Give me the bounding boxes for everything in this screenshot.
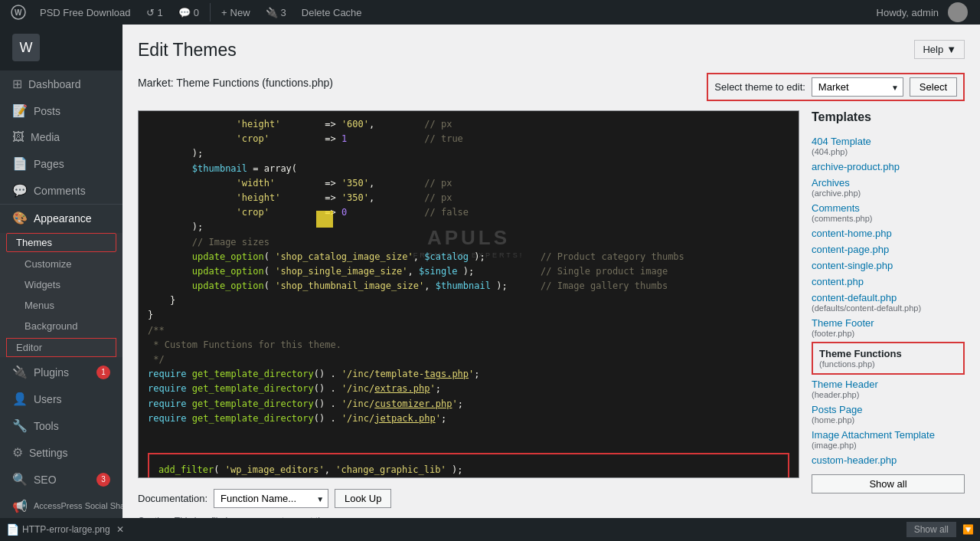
comments-item[interactable]: 💬 0 bbox=[172, 0, 205, 25]
sidebar: W ⊞ Dashboard 📝 Posts 🖼 Media 📄 Pages 💬 … bbox=[0, 25, 122, 541]
delete-cache-item[interactable]: Delete Cache bbox=[296, 0, 368, 25]
main-content: Edit Themes Help ▼ Market: Theme Functio… bbox=[122, 25, 980, 541]
sidebar-item-seo[interactable]: 🔍 SEO 3 bbox=[0, 466, 122, 493]
sidebar-item-tools[interactable]: 🔧 Tools bbox=[0, 412, 122, 439]
revision-icon: ↺ bbox=[146, 7, 155, 18]
help-chevron-icon: ▼ bbox=[946, 44, 956, 55]
template-name: Theme Footer bbox=[812, 317, 965, 329]
sidebar-item-dashboard[interactable]: ⊞ Dashboard bbox=[0, 70, 122, 97]
editor-container: 'height' => '600', // px 'crop' => 1 // … bbox=[138, 110, 965, 526]
menus-label: Menus bbox=[24, 300, 54, 311]
select-theme-button[interactable]: Select bbox=[910, 77, 957, 97]
theme-select-group: Select theme to edit: Market Select bbox=[707, 73, 965, 101]
posts-label: Posts bbox=[34, 105, 60, 117]
plugin-count: 3 bbox=[281, 7, 286, 18]
sidebar-logo: W bbox=[0, 25, 122, 70]
template-item[interactable]: content-home.php bbox=[812, 225, 965, 241]
sidebar-item-accesspress[interactable]: 📢 AccessPress Social Share bbox=[0, 493, 122, 520]
template-name: content-single.php bbox=[812, 260, 965, 271]
background-label: Background bbox=[24, 320, 77, 332]
template-item[interactable]: Theme Footer(footer.php) bbox=[812, 315, 965, 340]
template-file: (footer.php) bbox=[812, 329, 965, 338]
sep1 bbox=[210, 3, 211, 21]
adminbar-right: Howdy, admin bbox=[871, 0, 974, 25]
editor-label: Editor bbox=[16, 342, 42, 353]
template-item[interactable]: Posts Page(home.php) bbox=[812, 402, 965, 427]
templates-list: 404 Template(404.php)archive-product.php… bbox=[812, 133, 965, 468]
pages-icon: 📄 bbox=[12, 156, 28, 171]
dashboard-icon: ⊞ bbox=[12, 77, 22, 91]
site-name-label: PSD Free Download bbox=[40, 7, 131, 18]
help-button[interactable]: Help ▼ bbox=[914, 40, 965, 59]
template-item[interactable]: content-default.php(defaults/content-def… bbox=[812, 290, 965, 315]
howdy-item[interactable]: Howdy, admin bbox=[871, 0, 974, 25]
sidebar-item-editor[interactable]: Editor bbox=[6, 338, 116, 357]
template-item[interactable]: content.php bbox=[812, 274, 965, 290]
bottom-file-name: HTTP-error-large.png bbox=[22, 524, 110, 535]
tools-icon: 🔧 bbox=[12, 418, 28, 433]
appearance-submenu: Themes Customize Widgets Menus Backgroun… bbox=[0, 233, 122, 357]
new-item[interactable]: + New bbox=[215, 0, 256, 25]
show-all-button[interactable]: Show all bbox=[812, 474, 965, 493]
show-all-bottom-button[interactable]: Show all bbox=[906, 522, 956, 537]
template-item[interactable]: 404 Template(404.php) bbox=[812, 133, 965, 159]
editor-scroll-container: 'height' => '600', // px 'crop' => 1 // … bbox=[138, 110, 799, 478]
documentation-row: Documentation: Function Name... Look Up bbox=[138, 484, 799, 513]
template-item[interactable]: archive-product.php bbox=[812, 159, 965, 175]
template-name: 404 Template bbox=[812, 136, 965, 147]
template-file: (archive.php) bbox=[812, 189, 965, 198]
sidebar-item-background[interactable]: Background bbox=[0, 316, 122, 336]
template-item[interactable]: content-page.php bbox=[812, 241, 965, 257]
sidebar-item-plugins[interactable]: 🔌 Plugins 1 bbox=[0, 359, 122, 385]
template-item[interactable]: Theme Header(header.php) bbox=[812, 376, 965, 402]
plugin-item[interactable]: 🔌 3 bbox=[260, 0, 292, 25]
template-item[interactable]: custom-header.php bbox=[812, 452, 965, 468]
template-item[interactable]: Image Attachment Template(image.php) bbox=[812, 427, 965, 452]
posts-icon: 📝 bbox=[12, 103, 28, 118]
sidebar-item-customize[interactable]: Customize bbox=[0, 254, 122, 274]
sidebar-item-menus[interactable]: Menus bbox=[0, 295, 122, 316]
sidebar-item-users[interactable]: 👤 Users bbox=[0, 385, 122, 412]
lookup-button[interactable]: Look Up bbox=[335, 489, 391, 508]
template-file: (404.php) bbox=[812, 147, 965, 156]
sidebar-item-widgets[interactable]: Widgets bbox=[0, 274, 122, 295]
themes-label: Themes bbox=[16, 237, 52, 248]
users-icon: 👤 bbox=[12, 392, 28, 406]
revisions-item[interactable]: ↺ 1 bbox=[140, 0, 169, 25]
code-editor[interactable]: 'height' => '600', // px 'crop' => 1 // … bbox=[138, 110, 799, 478]
template-name: archive-product.php bbox=[812, 161, 965, 172]
dashboard-label: Dashboard bbox=[28, 78, 81, 90]
templates-title: Templates bbox=[812, 110, 965, 124]
sidebar-item-appearance[interactable]: 🎨 Appearance bbox=[0, 204, 122, 231]
delete-cache-label: Delete Cache bbox=[302, 7, 362, 18]
comments-count: 0 bbox=[194, 7, 199, 18]
site-name[interactable]: PSD Free Download bbox=[34, 0, 137, 25]
template-name: Archives bbox=[812, 177, 965, 189]
sidebar-item-posts[interactable]: 📝 Posts bbox=[0, 97, 122, 124]
close-file-button[interactable]: ✕ bbox=[116, 524, 124, 535]
doc-function-select[interactable]: Function Name... bbox=[214, 489, 328, 508]
sidebar-item-pages[interactable]: 📄 Pages bbox=[0, 150, 122, 177]
theme-selector-bar: Market: Theme Functions (functions.php) … bbox=[138, 73, 965, 101]
sidebar-item-media[interactable]: 🖼 Media bbox=[0, 124, 122, 150]
template-item[interactable]: Comments(comments.php) bbox=[812, 200, 965, 225]
template-file: (comments.php) bbox=[812, 214, 965, 223]
template-name: content-default.php bbox=[812, 292, 965, 303]
sidebar-item-comments[interactable]: 💬 Comments bbox=[0, 177, 122, 204]
template-name: Theme Functions bbox=[819, 348, 957, 359]
theme-dropdown[interactable]: Market bbox=[812, 77, 903, 97]
doc-label: Documentation: bbox=[138, 493, 207, 504]
accesspress-label: AccessPress Social Share bbox=[34, 500, 132, 511]
sidebar-item-themes[interactable]: Themes bbox=[6, 233, 116, 252]
template-item[interactable]: Archives(archive.php) bbox=[812, 175, 965, 200]
template-item[interactable]: Theme Functions(functions.php) bbox=[812, 342, 965, 375]
template-name: Image Attachment Template bbox=[812, 429, 965, 441]
media-icon: 🖼 bbox=[12, 130, 24, 144]
highlighted-code-box: add_filter( 'wp_image_editors', 'change_… bbox=[148, 453, 789, 478]
file-subtitle: Market: Theme Functions (functions.php) bbox=[138, 77, 333, 89]
comments-icon: 💬 bbox=[12, 183, 28, 198]
template-name: Posts Page bbox=[812, 404, 965, 415]
sidebar-item-settings[interactable]: ⚙ Settings bbox=[0, 439, 122, 466]
wp-logo[interactable]: W bbox=[6, 0, 31, 25]
template-item[interactable]: content-single.php bbox=[812, 257, 965, 274]
